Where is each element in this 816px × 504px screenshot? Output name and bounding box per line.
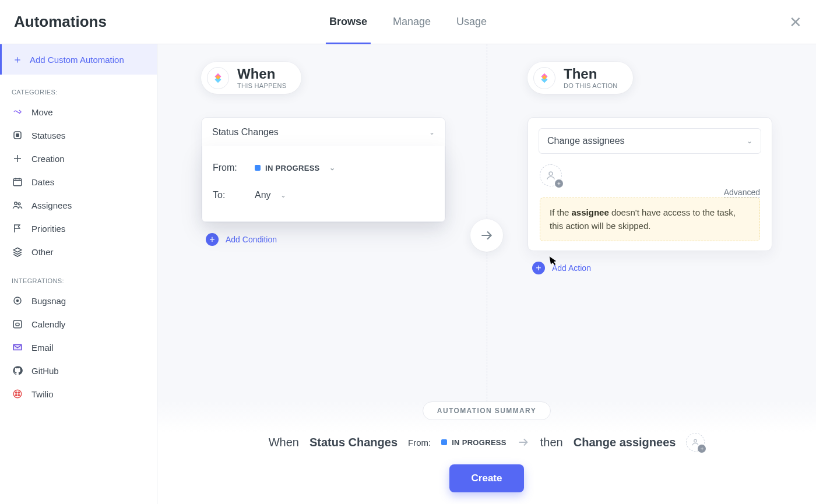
to-row: To: Any ⌄	[213, 181, 434, 209]
calendar-icon	[12, 176, 23, 188]
summary-then-value: Change assignees	[574, 436, 676, 449]
svg-point-12	[16, 394, 17, 396]
to-status-value: Any	[255, 190, 271, 200]
plus-icon: ＋	[12, 52, 23, 66]
svg-rect-7	[13, 320, 22, 328]
summary-assignee-icon: +	[686, 433, 705, 452]
status-color-swatch	[255, 165, 261, 171]
from-status-value: IN PROGRESS	[265, 164, 320, 172]
advanced-link[interactable]: Advanced	[724, 188, 760, 198]
plus-circle-icon: +	[532, 262, 545, 274]
then-card: Change assignees ⌄ + Advanced If the ass…	[527, 117, 772, 251]
summary-from-value: IN PROGRESS	[452, 438, 507, 447]
svg-point-4	[18, 203, 20, 205]
header: Automations Browse Manage Usage ✕	[0, 0, 816, 44]
sidebar-item-bugsnag[interactable]: Bugsnag	[0, 289, 157, 312]
calendly-icon	[12, 318, 23, 330]
add-action-button[interactable]: + Add Action	[532, 262, 772, 274]
add-custom-automation-button[interactable]: ＋ Add Custom Automation	[0, 44, 157, 75]
svg-point-15	[694, 439, 697, 442]
create-button[interactable]: Create	[449, 464, 525, 492]
plus-circle-icon: +	[206, 233, 219, 246]
when-card: Status Changes ⌄ From: IN PROGRESS ⌄	[201, 117, 446, 223]
then-header: Then DO THIS ACTION	[527, 62, 633, 94]
sidebar-item-label: Twilio	[31, 389, 54, 399]
email-icon	[12, 341, 23, 353]
action-dropdown[interactable]: Change assignees ⌄	[539, 128, 761, 154]
plus-mini-icon: +	[555, 179, 563, 188]
then-subtitle: DO THIS ACTION	[564, 82, 618, 89]
chevron-down-icon: ⌄	[329, 164, 335, 172]
summary-heading: AUTOMATION SUMMARY	[423, 401, 551, 420]
sidebar-item-label: GitHub	[31, 366, 59, 376]
trigger-value: Status Changes	[212, 127, 279, 138]
chevron-down-icon: ⌄	[429, 128, 435, 136]
sidebar-item-label: Creation	[31, 154, 65, 164]
sidebar-item-priorities[interactable]: Priorities	[0, 217, 157, 240]
sidebar-item-other[interactable]: Other	[0, 240, 157, 263]
sidebar-item-assignees[interactable]: Assignees	[0, 193, 157, 217]
add-condition-button[interactable]: + Add Condition	[206, 233, 446, 246]
arrow-right-icon	[470, 219, 503, 252]
svg-point-3	[15, 202, 17, 205]
plus-outlined-icon	[12, 153, 23, 164]
brand-logo-icon	[533, 67, 555, 89]
sidebar-item-label: Move	[31, 107, 53, 117]
summary-from-label: From:	[408, 438, 431, 447]
twilio-icon	[12, 388, 23, 400]
svg-rect-8	[16, 323, 19, 326]
svg-point-13	[18, 394, 19, 396]
summary-from-chip: IN PROGRESS	[441, 438, 507, 447]
sidebar-item-label: Other	[31, 247, 54, 257]
tab-usage[interactable]: Usage	[456, 0, 487, 44]
bugsnag-icon	[12, 295, 23, 306]
sidebar-item-calendly[interactable]: Calendly	[0, 312, 157, 336]
sidebar-item-github[interactable]: GitHub	[0, 359, 157, 382]
brand-logo-icon	[207, 67, 229, 89]
summary-when-word: When	[269, 436, 299, 449]
add-condition-label: Add Condition	[226, 235, 277, 244]
close-button[interactable]: ✕	[789, 15, 802, 30]
warning-note: If the assignee doesn't have access to t…	[540, 198, 760, 241]
share-arrow-icon	[12, 106, 23, 118]
svg-rect-1	[16, 134, 19, 137]
tab-manage[interactable]: Manage	[393, 0, 431, 44]
sidebar-item-statuses[interactable]: Statuses	[0, 124, 157, 147]
sidebar-item-label: Statuses	[31, 131, 65, 140]
flag-icon	[12, 223, 23, 234]
from-status-select[interactable]: IN PROGRESS ⌄	[255, 164, 335, 172]
sidebar-item-dates[interactable]: Dates	[0, 170, 157, 193]
arrow-right-icon	[517, 436, 530, 449]
main-canvas: When THIS HAPPENS Status Changes ⌄ From:	[157, 44, 816, 504]
warn-text-prefix: If the	[550, 207, 572, 217]
svg-point-10	[16, 392, 17, 393]
summary-when-value: Status Changes	[309, 436, 398, 449]
chevron-down-icon: ⌄	[747, 137, 752, 145]
svg-point-9	[13, 390, 22, 398]
sidebar-item-twilio[interactable]: Twilio	[0, 382, 157, 406]
sidebar: ＋ Add Custom Automation CATEGORIES: Move…	[0, 44, 157, 504]
status-color-swatch	[441, 439, 447, 445]
sidebar-item-label: Calendly	[31, 319, 65, 329]
sidebar-item-creation[interactable]: Creation	[0, 147, 157, 170]
when-title: When	[237, 66, 286, 81]
from-row: From: IN PROGRESS ⌄	[213, 154, 434, 181]
to-label: To:	[213, 190, 244, 200]
integrations-heading: INTEGRATIONS:	[0, 263, 157, 289]
sidebar-item-move[interactable]: Move	[0, 100, 157, 124]
people-icon	[12, 199, 23, 211]
sidebar-item-label: Email	[31, 343, 54, 353]
stack-icon	[12, 246, 23, 258]
to-status-select[interactable]: Any ⌄	[255, 190, 286, 200]
trigger-dropdown[interactable]: Status Changes ⌄	[202, 118, 445, 147]
action-value: Change assignees	[547, 136, 625, 146]
tab-browse[interactable]: Browse	[329, 0, 367, 44]
summary-then-word: then	[540, 436, 563, 449]
sidebar-item-email[interactable]: Email	[0, 336, 157, 359]
when-subtitle: THIS HAPPENS	[237, 82, 286, 89]
sidebar-item-label: Dates	[31, 177, 54, 187]
when-header: When THIS HAPPENS	[201, 62, 301, 94]
github-icon	[12, 365, 23, 376]
warn-text-bold: assignee	[572, 207, 609, 217]
assignee-picker[interactable]: +	[540, 164, 562, 186]
